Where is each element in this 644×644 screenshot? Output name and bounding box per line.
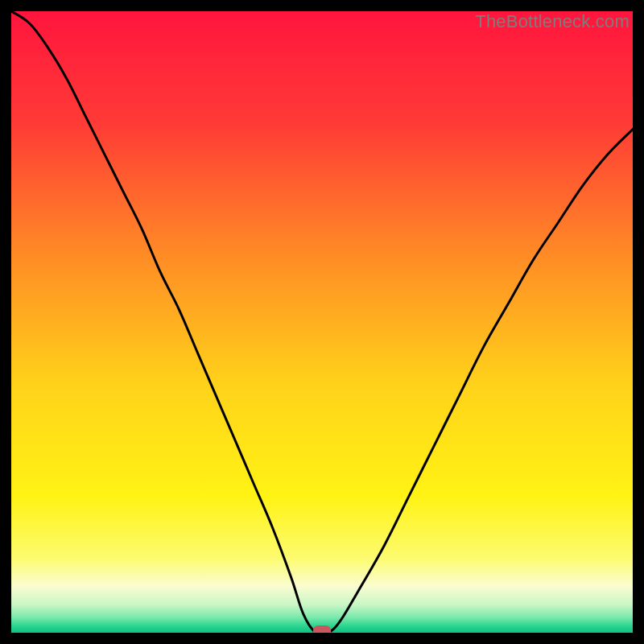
chart-frame: TheBottleneck.com <box>11 11 633 633</box>
chart-svg <box>11 11 633 633</box>
watermark-text: TheBottleneck.com <box>475 11 630 32</box>
gradient-background <box>11 11 633 633</box>
optimum-marker <box>313 625 331 633</box>
